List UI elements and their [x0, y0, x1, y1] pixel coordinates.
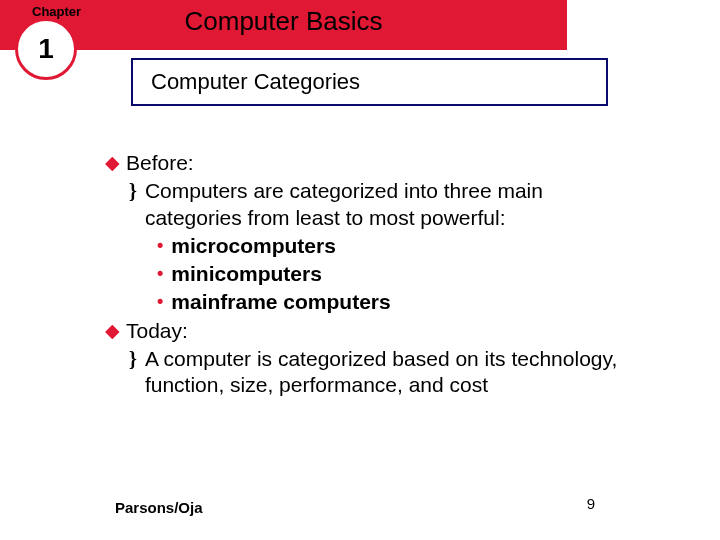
item-mainframe: • mainframe computers — [157, 289, 645, 315]
dot-icon: • — [157, 233, 163, 259]
bullet-today: ◆ Today: — [105, 318, 645, 344]
footer-page: 9 — [587, 495, 595, 512]
today-desc-row: } A computer is categorized based on its… — [129, 346, 645, 399]
slide: Computer Basics Chapter 1 Computer Categ… — [0, 0, 720, 540]
before-desc-row: } Computers are categorized into three m… — [129, 178, 645, 231]
dot-icon: • — [157, 289, 163, 315]
today-desc: A computer is categorized based on its t… — [145, 346, 645, 399]
chapter-number: 1 — [38, 33, 54, 65]
bullet-before: ◆ Before: — [105, 150, 645, 176]
item-micro: • microcomputers — [157, 233, 645, 259]
today-heading: Today: — [126, 318, 188, 344]
subtitle-text: Computer Categories — [151, 69, 360, 95]
before-desc: Computers are categorized into three mai… — [145, 178, 645, 231]
dot-icon: • — [157, 261, 163, 287]
chapter-circle: 1 — [15, 18, 77, 80]
course-title: Computer Basics — [0, 6, 567, 37]
item-mini: • minicomputers — [157, 261, 645, 287]
item-micro-text: microcomputers — [171, 233, 336, 259]
footer-author: Parsons/Oja — [115, 499, 203, 516]
item-mini-text: minicomputers — [171, 261, 322, 287]
diamond-icon: ◆ — [105, 150, 120, 176]
chapter-label: Chapter — [32, 4, 81, 19]
before-heading: Before: — [126, 150, 194, 176]
brace-icon: } — [129, 178, 137, 231]
diamond-icon: ◆ — [105, 318, 120, 344]
body-content: ◆ Before: } Computers are categorized in… — [105, 150, 645, 400]
brace-icon: } — [129, 346, 137, 399]
subtitle-box: Computer Categories — [131, 58, 608, 106]
item-mainframe-text: mainframe computers — [171, 289, 390, 315]
